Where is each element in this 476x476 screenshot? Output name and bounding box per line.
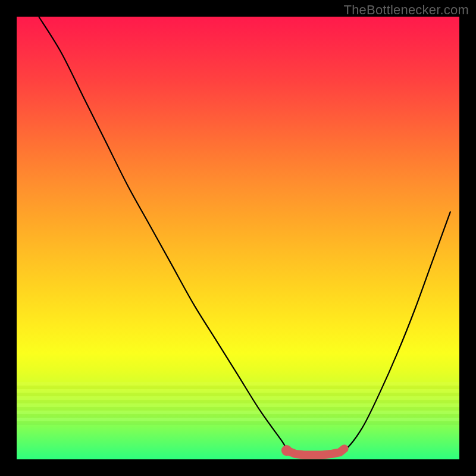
watermark-text: TheBottleneсker.com: [344, 2, 469, 18]
chart-frame: TheBottleneсker.com: [0, 0, 476, 476]
optimal-range-line: [287, 449, 345, 455]
optimal-range-start-dot: [281, 445, 292, 456]
plot-area: [17, 17, 459, 459]
chart-svg: [17, 17, 459, 459]
bottleneck-curve-path: [39, 17, 450, 456]
optimal-range-markers: [281, 445, 345, 456]
